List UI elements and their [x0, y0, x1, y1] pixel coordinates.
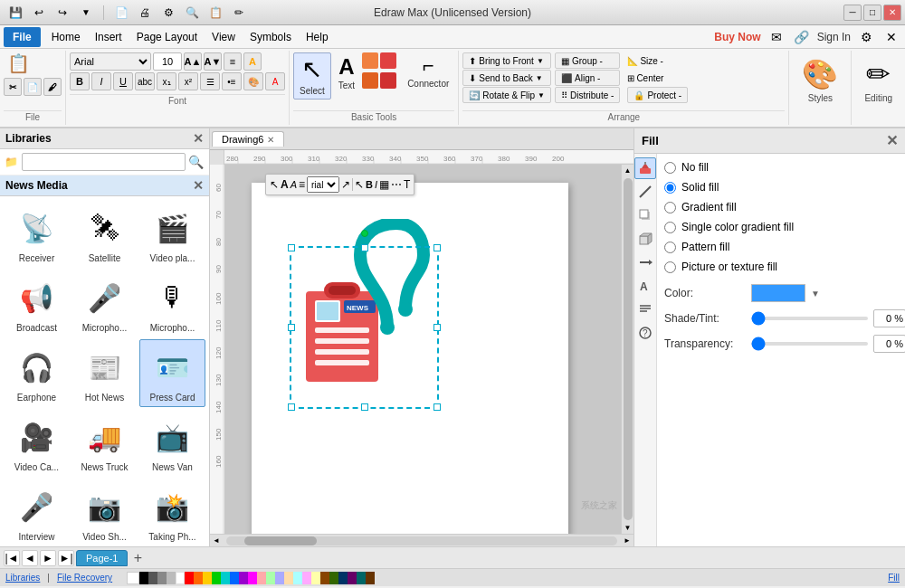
tb-pointer-icon[interactable]: ↖ [355, 178, 364, 191]
lib-icon-item[interactable]: 🎤Interview [4, 479, 70, 546]
lib-icon-item[interactable]: 📰Hot News [71, 339, 138, 407]
canvas-page[interactable]: NEWS [252, 183, 568, 534]
canvas-tab-drawing6[interactable]: Drawing6 ✕ [212, 131, 284, 147]
window-controls[interactable]: ─ □ ✕ [843, 5, 901, 21]
scroll-thumb-v[interactable] [624, 178, 633, 520]
ribbon-cut-btn[interactable]: ✂ [4, 78, 22, 96]
swatch-darkgreen[interactable] [329, 572, 338, 584]
fill-tab-arrow[interactable] [634, 251, 656, 273]
swatch-lightgreen[interactable] [266, 572, 275, 584]
fill-shade-slider[interactable] [751, 317, 868, 320]
ribbon-format-painter-btn[interactable]: 🖌 [43, 78, 62, 96]
swatch-brown[interactable] [320, 572, 329, 584]
protect-btn[interactable]: 🔒 Protect - [627, 87, 688, 103]
lib-search-btn[interactable]: 🔍 [186, 152, 205, 172]
swatch-darkbrown[interactable] [366, 572, 375, 584]
fill-radio-pattern[interactable] [664, 242, 676, 253]
lib-icon-item[interactable]: 🎬Video pla... [139, 200, 205, 268]
fill-shade-input[interactable] [873, 309, 905, 327]
fill-close-btn[interactable]: ✕ [886, 132, 898, 149]
status-file-recovery[interactable]: File Recovery [57, 573, 112, 583]
swatch-black[interactable] [139, 572, 148, 584]
swatch-lightmagenta[interactable] [302, 572, 311, 584]
tb-bold-btn[interactable]: B [366, 179, 373, 190]
menu-file[interactable]: File [4, 27, 41, 47]
scroll-track-h[interactable] [226, 536, 617, 545]
swatch-lightgray[interactable] [167, 572, 176, 584]
subscript-btn[interactable]: x₁ [157, 72, 176, 90]
lib-icon-item[interactable]: 📢Broadcast [4, 270, 70, 337]
superscript-btn[interactable]: x² [178, 72, 198, 90]
quick-access-icon2[interactable]: 🖨 [135, 3, 155, 23]
lib-section-close-btn[interactable]: ✕ [193, 178, 204, 193]
fill-tab-line[interactable] [634, 181, 656, 203]
font-size-input[interactable] [153, 52, 182, 71]
group-btn[interactable]: ▦ Group - [555, 52, 620, 69]
menu-view[interactable]: View [205, 27, 243, 47]
fill-color-arrow[interactable]: ▼ [811, 289, 820, 299]
fill-radio-none[interactable] [664, 162, 676, 174]
page-nav-last[interactable]: ►| [58, 550, 74, 566]
swatch-green[interactable] [212, 572, 221, 584]
underline-btn[interactable]: U [113, 72, 133, 90]
ribbon-paste-btn[interactable]: 📋 [4, 52, 33, 74]
quick-access-icon5[interactable]: 📋 [205, 3, 225, 23]
page-nav-next[interactable]: ► [40, 550, 56, 566]
swatch-cyan[interactable] [221, 572, 230, 584]
lib-icon-item[interactable]: 🛰Satellite [71, 200, 138, 268]
swatch-red[interactable] [185, 572, 194, 584]
text-tool-btn[interactable]: A Text [333, 52, 360, 93]
lib-icon-item[interactable]: 🚚News Truck [71, 409, 138, 477]
page-add-btn[interactable]: + [129, 550, 146, 566]
menu-home[interactable]: Home [44, 27, 88, 47]
fill-option-single-gradient[interactable]: Single color gradient fill [664, 221, 905, 233]
email-icon[interactable]: ✉ [767, 27, 786, 47]
lib-icon-item[interactable]: 🎙Micropho... [139, 270, 205, 337]
ribbon-copy-btn[interactable]: 📄 [24, 78, 42, 96]
swatch-magenta[interactable] [248, 572, 257, 584]
swatch-purple[interactable] [239, 572, 248, 584]
fill-option-pattern[interactable]: Pattern fill [664, 241, 905, 253]
handle-tr[interactable] [433, 244, 441, 251]
tb-font-select[interactable]: rial [307, 176, 339, 193]
page-nav-prev[interactable]: ◄ [22, 550, 38, 566]
quick-access-icon4[interactable]: 🔍 [182, 3, 202, 23]
fill-tab-text[interactable]: A [634, 275, 656, 297]
tb-arrow-icon[interactable]: ↗ [341, 178, 350, 191]
lib-icon-item[interactable]: 🎧Earphone [4, 339, 70, 407]
canvas-scrollbar-v[interactable]: ▲ ▼ [621, 165, 634, 534]
lib-search-input[interactable] [22, 153, 186, 171]
highlight-btn[interactable]: A [243, 52, 262, 71]
lib-icon-item[interactable]: 📸Taking Ph... [139, 479, 205, 546]
fill-radio-solid[interactable] [664, 182, 676, 194]
handle-ml[interactable] [288, 324, 295, 331]
canvas-scrollbar-h[interactable]: ◄ ► [210, 534, 634, 546]
fill-radio-gradient[interactable] [664, 202, 676, 213]
font-color-btn[interactable]: A [265, 72, 285, 90]
handle-bm[interactable] [361, 403, 368, 411]
fill-tab-help[interactable]: ? [634, 322, 656, 344]
quick-access-redo[interactable]: ↪ [52, 3, 72, 23]
select-tool-btn[interactable]: ↖ Select [293, 52, 331, 100]
quick-access-icon3[interactable]: ⚙ [158, 3, 178, 23]
swatch-pink[interactable] [257, 572, 266, 584]
styles-btn[interactable]: 🎨 Styles [796, 54, 843, 106]
fill-radio-single-gradient[interactable] [664, 222, 676, 233]
swatch-darkpurple[interactable] [348, 572, 357, 584]
swatch-lavender[interactable] [275, 572, 284, 584]
font-size-up-btn[interactable]: A▲ [184, 52, 202, 71]
quick-access-undo[interactable]: ↩ [29, 3, 49, 23]
maximize-btn[interactable]: □ [863, 5, 881, 21]
tb-text-icon[interactable]: T [404, 178, 410, 191]
fill-option-gradient[interactable]: Gradient fill [664, 201, 905, 213]
swatch-navy[interactable] [338, 572, 348, 584]
lib-icon-item[interactable]: 📺News Van [139, 409, 205, 477]
send-back-btn[interactable]: ⬇ Send to Back ▼ [462, 70, 551, 86]
list-btn[interactable]: ☰ [200, 72, 220, 90]
bring-front-btn[interactable]: ⬆ Bring to Front ▼ [462, 52, 551, 69]
lib-icon-item[interactable]: 🪪Press Card [139, 339, 205, 407]
fill-radio-picture[interactable] [664, 261, 676, 273]
fill-tab-3d[interactable] [634, 228, 656, 250]
swatch-white[interactable] [176, 572, 185, 584]
swatch-lightcyan[interactable] [293, 572, 302, 584]
